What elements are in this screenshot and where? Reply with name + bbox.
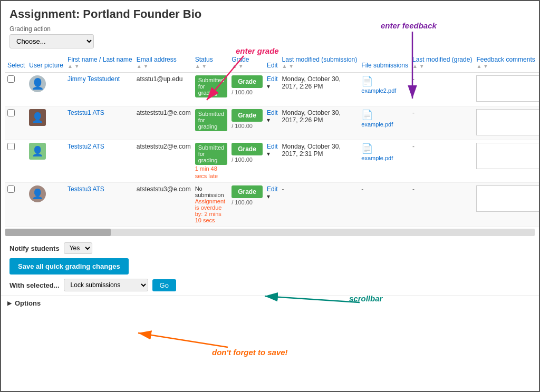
scrollbar-thumb[interactable] (5, 229, 111, 236)
col-header-lastmod-sub[interactable]: Last modified (submission) ▲ ▼ (280, 53, 360, 73)
row4-edit-link[interactable]: Edit (267, 185, 278, 193)
avatar: 👤 (29, 185, 46, 202)
horizontal-scrollbar[interactable] (5, 229, 535, 236)
row2-grade-max: / 100.00 (232, 123, 263, 129)
page-title: Assignment: Portland Founder Bio (1, 1, 539, 23)
row3-grade-max: / 100.00 (232, 156, 263, 163)
row1-lastmod: Monday, October 30, 2017, 2:26 PM (282, 75, 341, 90)
notify-label: Notify students (9, 244, 60, 252)
row2-file-link[interactable]: 📄 example.pdf (361, 109, 408, 128)
grading-action-label: Grading action (9, 25, 531, 33)
svg-line-9 (138, 333, 228, 347)
col-header-name[interactable]: First name / Last name ▲ ▼ (65, 53, 134, 73)
notify-row: Notify students Yes No (9, 242, 531, 254)
row3-lastmod: Monday, October 30, 2017, 2:31 PM (282, 143, 341, 158)
grading-table-wrapper: Select User picture First name / Last na… (1, 53, 539, 227)
row2-status-badge: Submitted for grading (195, 109, 228, 131)
table-row: 👤 Teststu1 ATS atsteststu1@e.com Submitt… (5, 106, 539, 140)
row4-email: atsteststu3@e.com (137, 185, 191, 193)
row3-edit-link[interactable]: Edit (267, 143, 278, 150)
table-row: 👤 Teststu2 ATS atsteststu2@e.com Submitt… (5, 140, 539, 183)
table-row: 👤 Jimmy Teststudent atsstu1@up.edu Submi… (5, 73, 539, 106)
row4-feedback-textarea[interactable] (476, 185, 539, 212)
footer-area: Notify students Yes No Save all quick gr… (1, 238, 539, 296)
row1-name-link[interactable]: Jimmy Teststudent (68, 75, 120, 83)
row4-overdue: Assignment is overdue by: 2 mins 10 secs (195, 198, 228, 223)
row3-late-text: 1 min 48 secs late (195, 165, 218, 179)
table-row: 👤 Teststu3 ATS atsteststu3@e.com No subm… (5, 183, 539, 227)
row4-status: No submission (195, 185, 228, 198)
save-all-button[interactable]: Save all quick grading changes (9, 258, 129, 275)
with-selected-label: With selected... (9, 281, 60, 289)
col-header-feedback: Feedback comments ▲ ▼ (474, 53, 539, 73)
avatar: 👤 (29, 75, 46, 92)
row1-lastgrade: - (412, 75, 414, 83)
row1-feedback-textarea[interactable] (476, 75, 539, 102)
with-selected-select[interactable]: Lock submissions Unlock submissions Down… (64, 279, 148, 291)
svg-text:don't forget to save!: don't forget to save! (212, 348, 288, 357)
row3-email: atsteststu2@e.com (137, 143, 191, 150)
chevron-icon: ▶ (7, 300, 12, 307)
row2-feedback-textarea[interactable] (476, 109, 539, 135)
row4-name-link[interactable]: Teststu3 ATS (68, 185, 104, 193)
row1-file-link[interactable]: 📄 example2.pdf (361, 75, 408, 94)
with-selected-row: With selected... Lock submissions Unlock… (9, 279, 531, 291)
col-header-grade[interactable]: Grade ▲ ▼ (229, 53, 265, 73)
row4-grade-button[interactable]: Grade (232, 185, 263, 198)
row1-email: atsstu1@up.edu (137, 75, 183, 83)
row1-edit-link[interactable]: Edit (267, 75, 278, 83)
grading-action-select[interactable]: Choose... Grade all submissions Download… (9, 34, 94, 48)
row3-grade-button[interactable]: Grade (232, 143, 263, 155)
row4-grade-max: / 100.00 (232, 199, 263, 205)
row2-checkbox[interactable] (7, 109, 15, 116)
row4-checkbox[interactable] (7, 185, 15, 193)
row2-email: atsteststu1@e.com (137, 109, 191, 116)
col-header-lastmod-grade[interactable]: Last modified (grade) ▲ ▼ (410, 53, 474, 73)
row1-checkbox[interactable] (7, 75, 15, 83)
row2-lastgrade: - (412, 109, 414, 116)
row2-grade-button[interactable]: Grade (232, 109, 263, 122)
row4-lastmod: - (282, 185, 284, 193)
row4-file: - (361, 185, 363, 193)
row3-lastgrade: - (412, 143, 414, 150)
avatar: 👤 (29, 109, 46, 126)
col-header-status[interactable]: Status ▲ ▼ (193, 53, 230, 73)
col-header-select: Select (5, 53, 27, 73)
row2-name-link[interactable]: Teststu1 ATS (68, 109, 104, 116)
row1-grade-max: / 100.00 (232, 89, 263, 95)
row3-feedback-textarea[interactable] (476, 143, 539, 169)
notify-select[interactable]: Yes No (64, 242, 92, 254)
col-header-filesub: File submissions (359, 53, 410, 73)
col-header-edit: Edit (265, 53, 280, 73)
avatar: 👤 (29, 143, 46, 160)
row3-checkbox[interactable] (7, 143, 15, 150)
row4-lastgrade: - (412, 185, 414, 193)
row1-status-badge: Submitted for grading (195, 75, 228, 97)
row2-edit-link[interactable]: Edit (267, 109, 278, 116)
row3-name-link[interactable]: Teststu2 ATS (68, 143, 104, 150)
col-header-pic: User picture (27, 53, 65, 73)
row3-status-badge: Submitted for grading (195, 143, 228, 165)
col-header-email[interactable]: Email address ▲ ▼ (134, 53, 193, 73)
options-label: Options (15, 299, 41, 307)
options-row[interactable]: ▶ Options (1, 296, 539, 310)
row1-grade-button[interactable]: Grade (232, 75, 263, 88)
grading-table: Select User picture First name / Last na… (5, 53, 539, 227)
go-button[interactable]: Go (152, 279, 176, 291)
row2-lastmod: Monday, October 30, 2017, 2:26 PM (282, 109, 341, 124)
row3-file-link[interactable]: 📄 example.pdf (361, 143, 408, 161)
